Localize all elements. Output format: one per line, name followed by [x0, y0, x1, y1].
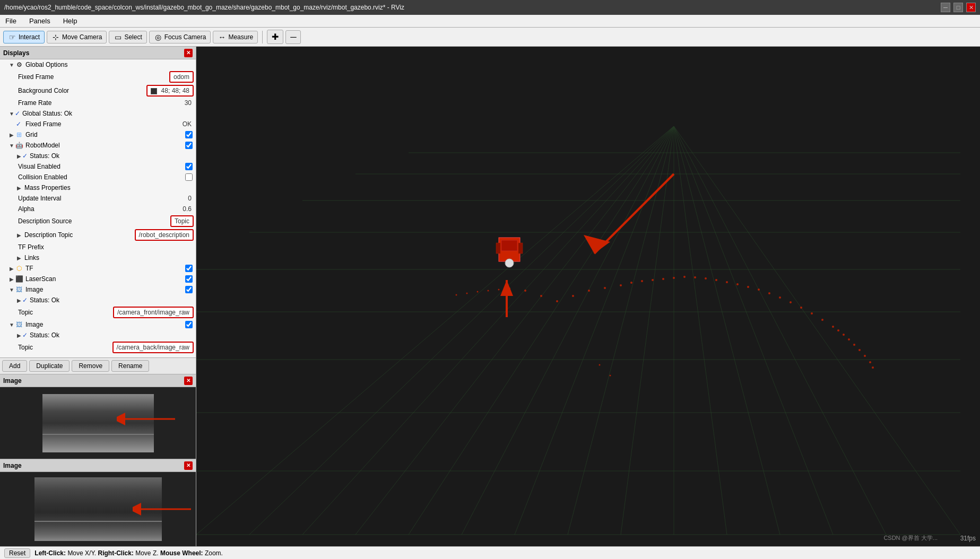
- toolbar-sep: [262, 31, 263, 43]
- laser-scan-icon: ⬛: [15, 275, 23, 283]
- svg-line-19: [462, 126, 674, 535]
- fixed-frame-value[interactable]: odom: [169, 71, 194, 83]
- titlebar-title: /home/ycao/ros2_humble/code_space/colcon…: [4, 4, 404, 11]
- svg-marker-78: [584, 235, 610, 254]
- image1-topic-value[interactable]: /camera_front/image_raw: [113, 307, 194, 318]
- desc-topic-value[interactable]: /robot_description: [135, 229, 194, 241]
- global-status-row[interactable]: ▼ ✓ Global Status: Ok: [0, 108, 196, 119]
- svg-point-48: [758, 289, 760, 291]
- frame-rate-value: 30: [183, 99, 194, 107]
- background-color-value[interactable]: 48; 48; 48: [146, 85, 194, 97]
- plus-button[interactable]: ✚: [267, 30, 283, 44]
- robot-model-row[interactable]: ▼ 🤖 RobotModel: [0, 140, 196, 151]
- mouse-wheel-label: Mouse Wheel:: [160, 549, 203, 557]
- image1-status-label: Status: Ok: [28, 296, 194, 304]
- image2-checkbox[interactable]: [185, 321, 193, 328]
- image2-status-row[interactable]: ▶ ✓ Status: Ok: [0, 330, 196, 340]
- mass-properties-label: Mass Properties: [22, 184, 194, 191]
- measure-button[interactable]: ↔ Measure: [213, 31, 258, 43]
- focus-camera-button[interactable]: ◎ Focus Camera: [149, 31, 211, 43]
- svg-point-67: [477, 291, 479, 293]
- image1-icon: 🖼: [15, 285, 23, 294]
- svg-point-41: [683, 276, 686, 278]
- tf-row[interactable]: ▶ ⬡ TF: [0, 263, 196, 274]
- image1-checkbox[interactable]: [185, 286, 193, 293]
- mass-properties-row[interactable]: ▶ Mass Properties: [0, 182, 196, 193]
- svg-point-37: [641, 280, 643, 282]
- svg-point-65: [498, 289, 500, 291]
- minus-button[interactable]: ─: [285, 30, 301, 44]
- fps-badge: 31fps: [960, 535, 976, 542]
- add-button[interactable]: Add: [2, 360, 27, 372]
- frame-rate-row: Frame Rate 30: [0, 98, 196, 108]
- viewport-arrow-2: [500, 280, 513, 317]
- laser-scan-checkbox[interactable]: [185, 275, 193, 283]
- minimize-button[interactable]: ─: [941, 3, 950, 12]
- svg-line-18: [409, 126, 674, 535]
- interact-button[interactable]: ☞ Interact: [3, 31, 45, 43]
- titlebar: /home/ycao/ros2_humble/code_space/colcon…: [0, 0, 980, 15]
- move-camera-button[interactable]: ⊹ Move Camera: [47, 31, 107, 43]
- image1-row[interactable]: ▼ 🖼 Image: [0, 284, 196, 295]
- grid-icon: ⊞: [15, 130, 23, 139]
- left-click-text: Move X/Y.: [67, 549, 98, 557]
- reset-button[interactable]: Reset: [4, 548, 30, 558]
- toolbar: ☞ Interact ⊹ Move Camera ▭ Select ◎ Focu…: [0, 28, 980, 47]
- global-status-arrow: ▼: [8, 110, 15, 117]
- measure-label: Measure: [228, 33, 253, 41]
- global-options-icon: ⚙: [15, 60, 23, 69]
- alpha-row: Alpha 0.6: [0, 204, 196, 214]
- displays-close-button[interactable]: ✕: [184, 49, 193, 57]
- main-content: Displays ✕ ▼ ⚙ Global Options Fixed Fram…: [0, 47, 980, 546]
- select-button[interactable]: ▭ Select: [109, 31, 146, 43]
- svg-point-51: [790, 301, 792, 303]
- image1-status-row[interactable]: ▶ ✓ Status: Ok: [0, 295, 196, 305]
- global-options-row[interactable]: ▼ ⚙ Global Options: [0, 59, 196, 70]
- grid-checkbox[interactable]: [185, 131, 193, 138]
- visual-enabled-checkbox[interactable]: [185, 163, 193, 170]
- svg-point-43: [705, 277, 707, 280]
- collision-enabled-checkbox[interactable]: [185, 173, 193, 181]
- image-panel-2-close[interactable]: ✕: [184, 461, 193, 470]
- svg-line-24: [674, 126, 727, 535]
- svg-line-22: [621, 126, 674, 535]
- duplicate-button[interactable]: Duplicate: [29, 360, 70, 372]
- visual-enabled-label: Visual Enabled: [16, 163, 185, 170]
- remove-button[interactable]: Remove: [72, 360, 109, 372]
- collision-enabled-row: Collision Enabled: [0, 172, 196, 182]
- left-click-label: Left-Click:: [34, 549, 66, 557]
- robot-model-checkbox[interactable]: [185, 142, 193, 149]
- maximize-button[interactable]: □: [953, 3, 963, 12]
- svg-point-34: [604, 287, 606, 289]
- image2-status-arrow: ▶: [16, 332, 22, 338]
- menu-help[interactable]: Help: [60, 16, 81, 26]
- image2-topic-row: Topic /camera_back/image_raw: [0, 340, 196, 354]
- robot-status-row[interactable]: ▶ ✓ Status: Ok: [0, 151, 196, 161]
- svg-rect-73: [501, 240, 517, 251]
- grid-arrow: ▶: [8, 132, 15, 138]
- image1-topic-label: Topic: [16, 309, 113, 316]
- viewport-3d[interactable]: CSDN @界首 大学... 31fps: [196, 47, 980, 546]
- robot-status-arrow: ▶: [16, 153, 22, 159]
- grid-row[interactable]: ▶ ⊞ Grid: [0, 129, 196, 140]
- close-button[interactable]: ✕: [966, 3, 976, 12]
- displays-tree[interactable]: ▼ ⚙ Global Options Fixed Frame odom Back…: [0, 59, 196, 357]
- links-row[interactable]: ▶ Links: [0, 252, 196, 263]
- svg-point-46: [736, 283, 739, 285]
- tf-checkbox[interactable]: [185, 265, 193, 272]
- desc-source-value[interactable]: Topic: [170, 215, 194, 227]
- image2-row[interactable]: ▼ 🖼 Image: [0, 319, 196, 330]
- image-panel-1-content: [0, 387, 196, 459]
- desc-source-label: Description Source: [16, 217, 170, 225]
- links-arrow: ▶: [16, 255, 22, 261]
- svg-point-59: [853, 344, 855, 346]
- image-panel-1-close[interactable]: ✕: [184, 377, 193, 385]
- image2-topic-value[interactable]: /camera_back/image_raw: [112, 342, 194, 353]
- laser-scan-row[interactable]: ▶ ⬛ LaserScan: [0, 274, 196, 284]
- menu-file[interactable]: File: [2, 16, 20, 26]
- image-panel-1: Image ✕: [0, 374, 196, 459]
- menu-panels[interactable]: Panels: [26, 16, 54, 26]
- desc-topic-row[interactable]: ▶ Description Topic /robot_description: [0, 228, 196, 242]
- rename-button[interactable]: Rename: [111, 360, 149, 372]
- svg-point-40: [673, 277, 675, 279]
